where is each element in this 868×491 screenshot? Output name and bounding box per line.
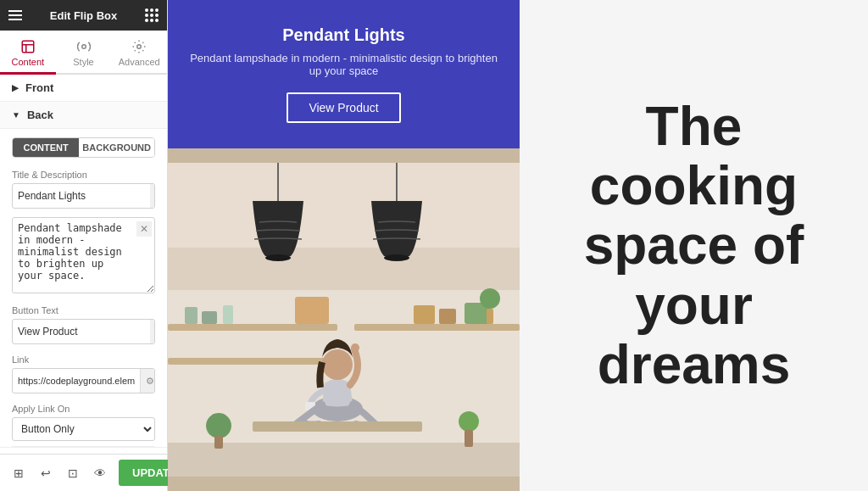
apply-link-select[interactable]: Button Only Entire Box — [12, 417, 155, 441]
title-input-row: ✕ — [12, 183, 155, 209]
flip-box-description: Pendant lampshade in modern - minimalist… — [185, 52, 503, 77]
description-clear-button[interactable]: ✕ — [136, 221, 152, 237]
right-panel: Pendant Lights Pendant lampshade in mode… — [168, 0, 868, 491]
button-text-group: Button Text ✕ — [0, 300, 167, 349]
tab-advanced-label: Advanced — [119, 57, 160, 67]
button-text-input[interactable] — [13, 321, 150, 342]
front-chevron: ▶ — [12, 83, 19, 92]
link-group: Link ⚙ ✕ — [0, 349, 167, 399]
settings-section[interactable]: ▶ Settings — [0, 447, 167, 454]
svg-rect-21 — [439, 309, 456, 324]
layers-icon[interactable]: ⊞ — [8, 463, 29, 483]
sub-tab-background[interactable]: BACKGROUND — [79, 138, 154, 157]
sub-tab-content-label: CONTENT — [24, 142, 69, 153]
svg-rect-18 — [223, 305, 233, 324]
canvas-area: Pendant Lights Pendant lampshade in mode… — [168, 0, 520, 491]
eye-icon[interactable]: 👁 — [90, 463, 110, 483]
title-desc-group: Title & Description ✕ — [0, 165, 167, 214]
title-clear-button[interactable]: ✕ — [150, 184, 155, 208]
back-label: Back — [27, 109, 53, 121]
hamburger-icon[interactable] — [8, 10, 22, 20]
back-section[interactable]: ▼ Back — [0, 102, 167, 129]
footer-icons: ⊞ ↩ ⊡ 👁 — [0, 463, 119, 483]
svg-rect-13 — [168, 324, 337, 331]
svg-rect-29 — [253, 421, 422, 432]
svg-rect-17 — [202, 311, 217, 324]
svg-rect-14 — [354, 324, 520, 331]
button-text-label: Button Text — [12, 305, 155, 315]
svg-rect-16 — [185, 307, 198, 324]
apply-link-group: Apply Link On Button Only Entire Box — [0, 399, 167, 446]
headline: The cooking space of your dreams — [554, 97, 834, 395]
svg-point-30 — [206, 413, 231, 438]
svg-point-27 — [351, 343, 359, 352]
description-group: Pendant lampshade in modern - minimalist… — [12, 217, 155, 297]
kitchen-photo — [168, 148, 520, 491]
svg-point-4 — [137, 45, 142, 49]
description-textarea[interactable]: Pendant lampshade in modern - minimalist… — [12, 217, 155, 293]
panel-tabs: Content Style Advanced — [0, 31, 167, 75]
tab-advanced[interactable]: Advanced — [111, 32, 167, 75]
title-desc-label: Title & Description — [12, 170, 155, 180]
front-label: Front — [25, 81, 53, 94]
apply-link-label: Apply Link On — [12, 404, 155, 414]
grid-icon[interactable] — [145, 8, 159, 22]
svg-point-23 — [480, 288, 500, 309]
button-text-clear[interactable]: ✕ — [150, 320, 155, 343]
sub-tabs: CONTENT BACKGROUND — [12, 137, 155, 158]
sub-tab-content[interactable]: CONTENT — [13, 138, 79, 157]
panel-body: ▶ Front ▼ Back CONTENT BACKGROUND Title … — [0, 75, 167, 454]
link-input-row: ⚙ ✕ — [12, 368, 155, 393]
svg-point-26 — [322, 349, 353, 380]
title-input[interactable] — [13, 186, 150, 206]
svg-rect-20 — [414, 305, 435, 324]
svg-point-3 — [81, 45, 86, 49]
svg-point-12 — [384, 254, 409, 261]
svg-rect-24 — [487, 309, 493, 324]
svg-point-32 — [459, 411, 479, 432]
link-input[interactable] — [13, 371, 140, 390]
front-section[interactable]: ▶ Front — [0, 75, 167, 102]
tab-content[interactable]: Content — [0, 32, 56, 75]
back-chevron: ▼ — [12, 110, 20, 120]
tab-content-label: Content — [12, 57, 45, 67]
panel-title: Edit Flip Box — [50, 9, 117, 22]
tab-style[interactable]: Style — [56, 32, 112, 75]
flip-box-preview: Pendant Lights Pendant lampshade in mode… — [168, 0, 520, 148]
link-label: Link — [12, 354, 155, 365]
tab-style-label: Style — [73, 57, 93, 67]
svg-point-10 — [265, 254, 291, 261]
apply-link-select-row: Button Only Entire Box — [12, 417, 155, 441]
svg-rect-0 — [22, 41, 34, 53]
svg-rect-19 — [295, 297, 329, 324]
link-settings-button[interactable]: ⚙ — [140, 369, 155, 393]
sub-tab-background-label: BACKGROUND — [82, 142, 151, 153]
panel-header: Edit Flip Box — [0, 0, 167, 31]
svg-rect-15 — [168, 358, 337, 365]
kitchen-svg — [168, 148, 520, 491]
button-text-input-row: ✕ — [12, 319, 155, 344]
view-product-button[interactable]: View Product — [287, 92, 400, 123]
panel-footer: ⊞ ↩ ⊡ 👁 UPDATE ▲ — [0, 454, 167, 491]
undo-icon[interactable]: ↩ — [36, 463, 56, 483]
svg-rect-31 — [214, 436, 223, 449]
flip-box-title: Pendant Lights — [282, 25, 404, 45]
svg-rect-33 — [465, 430, 473, 447]
text-area: The cooking space of your dreams — [520, 0, 868, 491]
responsive-icon[interactable]: ⊡ — [63, 463, 83, 483]
